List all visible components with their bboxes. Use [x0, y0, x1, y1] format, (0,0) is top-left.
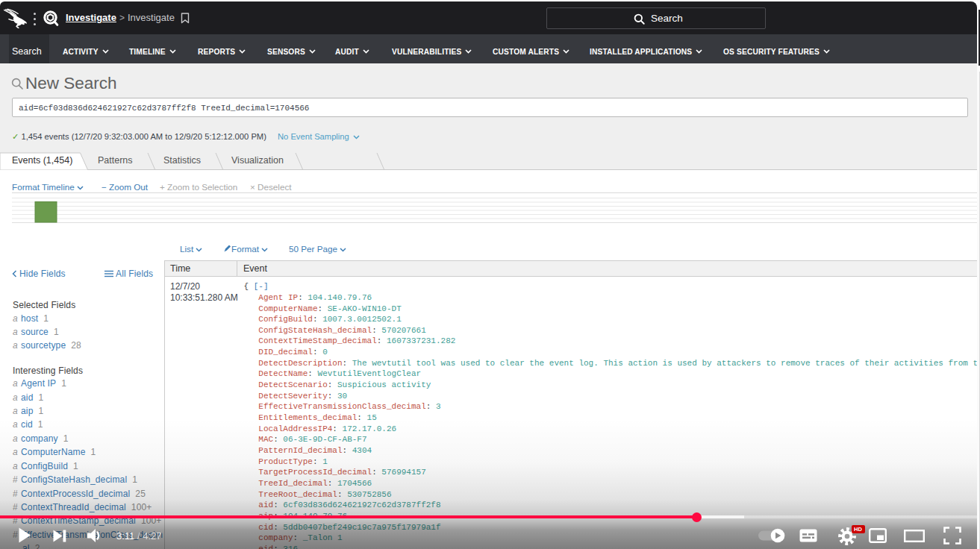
- svg-text:Visualization: Visualization: [231, 155, 284, 166]
- svg-text:Events (1,454): Events (1,454): [12, 155, 72, 166]
- svg-text:Statistics: Statistics: [163, 155, 201, 166]
- svg-text:Patterns: Patterns: [98, 155, 133, 166]
